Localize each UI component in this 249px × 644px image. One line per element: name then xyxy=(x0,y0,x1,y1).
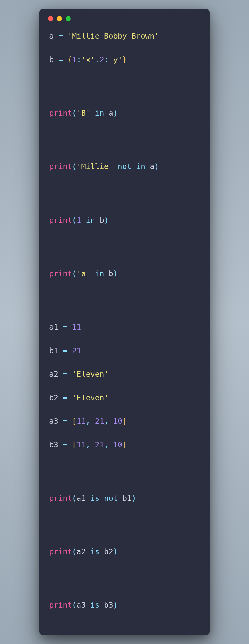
code-token: not xyxy=(104,494,118,503)
code-token: 'a' xyxy=(77,269,90,278)
code-token: ) xyxy=(113,601,118,609)
code-token xyxy=(54,32,58,40)
code-token: , xyxy=(104,417,109,425)
close-icon[interactable] xyxy=(48,16,53,21)
code-line: print(1 in b) xyxy=(49,215,200,226)
code-token: in xyxy=(136,162,145,171)
code-token: print xyxy=(49,494,72,503)
code-blank-line xyxy=(49,516,200,534)
code-token: ) xyxy=(104,216,109,225)
code-token: 'B' xyxy=(77,109,90,117)
code-token: 1 xyxy=(72,55,77,64)
code-token xyxy=(67,346,72,355)
code-token: print xyxy=(49,216,72,225)
code-token: in xyxy=(95,109,104,117)
window-titlebar xyxy=(39,9,210,24)
code-token: is xyxy=(90,494,100,503)
code-line: a1 = 11 xyxy=(49,321,200,333)
code-token: = xyxy=(63,346,67,355)
code-line: b1 = 21 xyxy=(49,345,200,357)
code-token: ( xyxy=(72,494,77,503)
code-token: } xyxy=(122,55,127,64)
code-token xyxy=(104,109,109,117)
code-line: print('Millie' not in a) xyxy=(49,161,200,173)
code-token: ) xyxy=(113,269,118,278)
code-token: 21 xyxy=(72,346,81,355)
code-blank-line xyxy=(49,291,200,310)
code-token: a xyxy=(109,109,113,117)
code-blank-line xyxy=(49,463,200,481)
code-token xyxy=(90,417,95,425)
code-line: a = 'Millie Bobby Brown' xyxy=(49,30,200,42)
code-token: , xyxy=(104,440,109,449)
code-token: b xyxy=(109,269,113,278)
code-token xyxy=(86,494,90,503)
code-token xyxy=(81,216,86,225)
code-token: 11 xyxy=(77,417,86,425)
code-token: b2 xyxy=(49,393,58,402)
code-line: print('a' in b) xyxy=(49,268,200,280)
code-token: 'Millie' xyxy=(77,162,113,171)
code-token xyxy=(67,440,72,449)
code-block: a = 'Millie Bobby Brown' b = {1:'x',2:'y… xyxy=(39,24,210,626)
code-token xyxy=(118,494,122,503)
code-token: = xyxy=(63,417,67,425)
code-token: ( xyxy=(72,269,77,278)
code-token xyxy=(100,494,104,503)
code-token: b xyxy=(100,216,104,225)
code-token: a2 xyxy=(77,547,86,556)
code-line: print(a2 is b2) xyxy=(49,546,200,558)
code-window: a = 'Millie Bobby Brown' b = {1:'x',2:'y… xyxy=(39,9,210,635)
code-token: ( xyxy=(72,547,77,556)
code-token: ( xyxy=(72,216,77,225)
code-token: a2 xyxy=(49,370,58,378)
code-token: = xyxy=(58,55,63,64)
code-blank-line xyxy=(49,185,200,203)
code-token: , xyxy=(86,417,90,425)
code-token: b2 xyxy=(104,547,113,556)
code-token: 2 xyxy=(100,55,104,64)
code-token: 11 xyxy=(72,323,81,331)
code-token: 'Millie Bobby Brown' xyxy=(67,32,159,40)
code-line: print(a3 is b3) xyxy=(49,599,200,611)
code-token xyxy=(100,547,104,556)
code-token: ) xyxy=(113,109,118,117)
code-token: ( xyxy=(72,601,77,609)
code-token: is xyxy=(90,601,100,609)
zoom-icon[interactable] xyxy=(66,16,71,21)
code-token: a xyxy=(49,32,54,40)
code-token: 10 xyxy=(113,417,122,425)
code-token: 21 xyxy=(95,417,104,425)
code-token xyxy=(90,440,95,449)
code-token xyxy=(58,370,63,378)
code-token xyxy=(67,323,72,331)
code-line: a3 = [11, 21, 10] xyxy=(49,415,200,427)
code-token: 11 xyxy=(77,440,86,449)
code-token: ] xyxy=(122,440,127,449)
code-token: ( xyxy=(72,162,77,171)
code-token: , xyxy=(95,55,100,64)
code-token: b3 xyxy=(104,601,113,609)
code-token: a xyxy=(150,162,154,171)
code-token xyxy=(58,323,63,331)
code-token: = xyxy=(63,370,67,378)
code-token: print xyxy=(49,162,72,171)
code-token: a3 xyxy=(77,601,86,609)
code-token xyxy=(104,269,109,278)
minimize-icon[interactable] xyxy=(57,16,62,21)
code-token: 'y' xyxy=(109,55,122,64)
code-token: : xyxy=(77,55,81,64)
code-token: 1 xyxy=(77,216,81,225)
code-token: ( xyxy=(72,109,77,117)
code-token: 'x' xyxy=(81,55,95,64)
code-token: = xyxy=(63,323,67,331)
code-token xyxy=(95,216,100,225)
code-token xyxy=(100,601,104,609)
code-token: 'Eleven' xyxy=(72,370,108,378)
code-token xyxy=(58,417,63,425)
code-token: b1 xyxy=(49,346,58,355)
code-token xyxy=(58,346,63,355)
code-token: not xyxy=(118,162,131,171)
code-line: b3 = [11, 21, 10] xyxy=(49,439,200,451)
code-token xyxy=(113,162,118,171)
